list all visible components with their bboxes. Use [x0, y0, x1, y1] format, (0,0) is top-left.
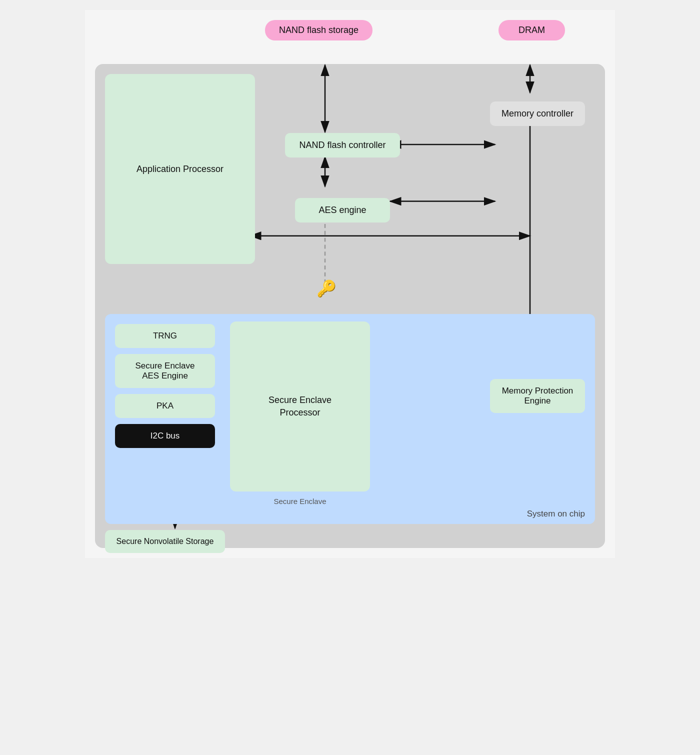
main-box: Memory controller (horizontal) --> Memor… [95, 64, 605, 548]
system-on-chip-label: System on chip [527, 509, 585, 519]
diagram-container: NAND flash storage DRAM [85, 10, 615, 558]
secure-nonvolatile-storage-box: Secure Nonvolatile Storage [105, 530, 225, 553]
nand-flash-controller-box: NAND flash controller [285, 133, 400, 158]
pka-box: PKA [115, 394, 215, 418]
i2c-bus-box: I2C bus [115, 424, 215, 448]
memory-controller-box: Memory controller [490, 102, 585, 126]
nand-flash-storage-label: NAND flash storage [265, 20, 372, 40]
trng-box: TRNG [115, 324, 215, 348]
key-icon: 🔑 [316, 279, 336, 298]
aes-engine-box: AES engine [295, 198, 390, 222]
system-on-chip-box: System on chip TRNG Secure EnclaveAES En… [105, 314, 595, 524]
application-processor: Application Processor [105, 74, 255, 264]
dram-label: DRAM [498, 20, 565, 40]
secure-enclave-sublabel: Secure Enclave [274, 497, 326, 506]
secure-enclave-processor-label: Secure EnclaveProcessor [268, 394, 332, 419]
soc-left-column: TRNG Secure EnclaveAES Engine PKA I2C bu… [115, 324, 215, 448]
memory-protection-engine-box: Memory ProtectionEngine [490, 379, 585, 413]
secure-enclave-aes-box: Secure EnclaveAES Engine [115, 354, 215, 388]
secure-enclave-inner-box: Secure EnclaveProcessor Secure Enclave [230, 322, 370, 492]
